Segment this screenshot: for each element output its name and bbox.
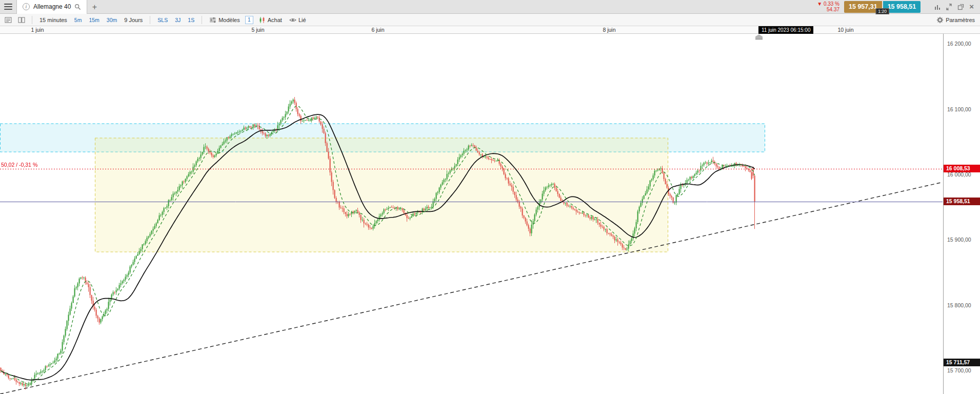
templates-label: Modèles	[218, 17, 240, 23]
instrument-tab-label: Allemagne 40	[33, 3, 71, 10]
cursor-timestamp-tooltip: 11 juin 2023 06:15:00	[758, 26, 813, 34]
timeframe-dropdown[interactable]: 15 minutes	[37, 16, 69, 24]
link-label: Lié	[298, 17, 306, 23]
timeframe-5m-button[interactable]: 5m	[72, 16, 84, 24]
preset-1s-button[interactable]: 1S	[186, 16, 196, 24]
price-axis-tick: 15 700,00	[947, 367, 971, 373]
change-percent: 0.33 %	[824, 1, 839, 7]
window-controls: ×	[928, 3, 980, 10]
separator	[202, 16, 202, 24]
mini-chart-icon[interactable]	[934, 4, 941, 10]
popout-icon[interactable]	[957, 4, 964, 10]
leverage-badge: 1:20	[875, 8, 889, 14]
time-axis-label: 5 juin	[251, 27, 264, 33]
last-price-tag: 15 958,51	[944, 198, 980, 205]
price-axis[interactable]: 16 200,0016 100,0016 000,0015 900,0015 8…	[943, 34, 980, 394]
chart-count-input[interactable]: 1	[245, 16, 253, 24]
titlebar: i Allemagne 40 + ▼ 0.33 % 54.37 15 957,3…	[0, 0, 980, 14]
new-tab-button[interactable]: +	[87, 0, 102, 14]
separator	[32, 16, 32, 24]
price-axis-tick: 15 900,00	[947, 237, 971, 243]
watchlist-icon[interactable]	[3, 15, 13, 25]
period-dropdown[interactable]: 9 Jours	[122, 16, 145, 24]
deal-ticket: 15 957,31 15 958,51 1:20	[844, 1, 921, 13]
link-toggle-button[interactable]: Lié	[287, 16, 308, 24]
time-axis-label: 8 juin	[603, 27, 615, 33]
gear-icon	[936, 16, 944, 24]
session-price-tag: 15 711,57	[944, 359, 980, 366]
chart-toolbar: 15 minutes 5m 15m 30m 9 Jours SLS 3J 1S …	[0, 14, 980, 26]
down-arrow-icon: ▼	[817, 1, 822, 7]
settings-button[interactable]: Paramètres	[934, 15, 977, 25]
timeframe-30m-button[interactable]: 30m	[105, 16, 119, 24]
settings-label: Paramètres	[946, 17, 975, 23]
instrument-tab[interactable]: i Allemagne 40	[16, 0, 87, 14]
info-icon[interactable]: i	[23, 3, 30, 10]
candlestick-chart-canvas[interactable]	[0, 34, 943, 394]
menu-button[interactable]	[0, 0, 16, 14]
time-axis-label: 10 juin	[838, 27, 854, 33]
trading-platform-window: i Allemagne 40 + ▼ 0.33 % 54.37 15 957,3…	[0, 0, 980, 394]
separator	[150, 16, 150, 24]
indicators-icon	[209, 16, 216, 24]
time-axis-label: 6 juin	[371, 27, 384, 33]
chart-area: 50,02 / -0,31 % 16 200,0016 100,0016 000…	[0, 34, 980, 394]
preset-3j-button[interactable]: 3J	[173, 16, 183, 24]
price-axis-tick: 15 800,00	[947, 302, 971, 308]
price-type-label: Achat	[268, 17, 282, 23]
change-points: 54.37	[817, 7, 839, 13]
time-axis-label: 1 juin	[31, 27, 44, 33]
expand-icon[interactable]	[946, 4, 952, 10]
price-axis-tick: 16 200,00	[947, 41, 971, 47]
price-axis-tick: 16 100,00	[947, 106, 971, 112]
level-price-tag: 16 008,53	[944, 165, 980, 172]
daily-change: ▼ 0.33 % 54.37	[817, 1, 839, 13]
search-icon[interactable]	[74, 4, 81, 10]
candlestick-icon	[258, 16, 266, 24]
layout-grid-icon[interactable]	[16, 15, 27, 25]
eye-icon	[289, 17, 296, 23]
time-axis[interactable]: 11 juin 2023 06:15:00 1 juin5 juin6 juin…	[0, 26, 980, 34]
close-icon[interactable]: ×	[969, 3, 974, 10]
price-type-button[interactable]: Achat	[256, 15, 284, 25]
preset-sls-button[interactable]: SLS	[155, 16, 170, 24]
open-level-label: 50,02 / -0,31 %	[1, 162, 37, 168]
timeframe-15m-button[interactable]: 15m	[87, 16, 101, 24]
templates-button[interactable]: Modèles	[207, 15, 242, 25]
